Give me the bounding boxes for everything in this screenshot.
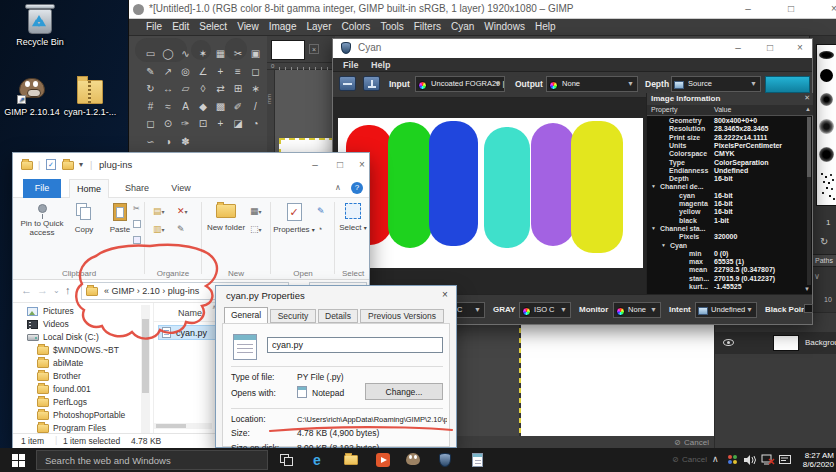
tool-foreground-select[interactable]: ▣ [248, 46, 263, 61]
taskbar-icon-movies-tv[interactable] [372, 451, 394, 469]
foreground-color-swatch[interactable] [271, 40, 305, 60]
nav-item-photoshopportable[interactable]: PhotoshopPortable [13, 409, 141, 423]
scroll-up-icon[interactable]: ▲ [805, 106, 811, 112]
paste-shortcut-icon[interactable] [133, 236, 141, 244]
cyan-titlebar[interactable]: Cyan – □ × [333, 39, 812, 58]
close-icon[interactable]: ✕ [804, 94, 810, 102]
taskbar-clock[interactable]: 8:27 AM 8/6/2020 [798, 451, 834, 469]
forward-icon[interactable]: → [37, 284, 48, 296]
info-scrollbar[interactable] [807, 117, 811, 285]
tool-flip[interactable]: ⇄ [213, 81, 228, 96]
taskbar-icon-gimp[interactable] [402, 451, 424, 469]
save-image-button[interactable] [363, 76, 380, 91]
input-profile-select[interactable]: Uncoated FOGRA29 | ▼ [415, 76, 505, 92]
nav-item-local-disk-c-[interactable]: Local Disk (C:) [13, 331, 141, 345]
tool-perspective-clone[interactable]: ◪ [231, 116, 246, 131]
horizontal-scrollbar[interactable] [154, 423, 212, 429]
close-dock-icon[interactable]: × [309, 44, 319, 54]
taskbar-search-box[interactable]: Search the web and Windows [36, 450, 268, 470]
tool-measure[interactable]: ∠ [196, 64, 211, 79]
move-to-icon[interactable]: ▤▾ [153, 206, 165, 216]
monitor-profile-select[interactable]: None ▼ [613, 302, 661, 318]
tool-ellipse-select[interactable]: ◯ [161, 46, 176, 61]
checkmark-doc-icon[interactable]: ✓ [46, 159, 56, 170]
change-button[interactable]: Change... [365, 383, 443, 400]
tab-home[interactable]: Home [69, 179, 109, 198]
explorer-minimize-button[interactable]: – [308, 158, 322, 172]
tool-mypaint-brush[interactable]: ✽ [178, 134, 193, 149]
brush-thumb[interactable] [820, 69, 833, 82]
breadcrumb-path[interactable]: « GIMP › 2.10 › plug-ins [104, 286, 199, 296]
tab-file[interactable]: File [23, 179, 61, 198]
properties-button[interactable]: ✓ Properties ▾ [273, 202, 315, 264]
tool-smudge[interactable]: ∽ [143, 134, 158, 149]
nav-item-videos[interactable]: Videos [13, 318, 141, 332]
layer-row[interactable]: Background [715, 332, 836, 354]
taskbar-icon-edge[interactable]: e [308, 451, 330, 469]
explorer-maximize-button[interactable]: □ [333, 158, 347, 172]
gimp-menu-edit[interactable]: Edit [167, 19, 194, 35]
nav-item-found-001[interactable]: found.001 [13, 383, 141, 397]
gimp-menu-colors[interactable]: Colors [336, 19, 375, 35]
gimp-menu-select[interactable]: Select [194, 19, 232, 35]
history-icon[interactable]: ◔ [317, 224, 322, 234]
gimp-menu-image[interactable]: Image [264, 19, 302, 35]
new-item-icon[interactable]: ⬚▾ [250, 224, 262, 234]
gimp-menu-windows[interactable]: Windows [479, 19, 530, 35]
expander-icon[interactable]: ▼ [661, 242, 666, 248]
taskbar-icon-file-explorer[interactable] [340, 451, 362, 469]
cyan-menu-help[interactable]: Help [371, 60, 391, 70]
open-image-button[interactable] [339, 76, 356, 91]
convert-button[interactable] [765, 76, 810, 93]
chevron-down-icon[interactable]: ▾ [79, 160, 83, 169]
tool-rectangle-select[interactable]: ▭ [143, 46, 158, 61]
pin-to-quick-access-button[interactable]: Pin to Quick access [19, 202, 65, 264]
tool-paths[interactable]: ✎ [143, 64, 158, 79]
chevron-down-icon[interactable]: ∨ [814, 272, 820, 281]
value-column-header[interactable]: Value [714, 106, 731, 113]
explorer-close-button[interactable]: × [355, 158, 369, 172]
tool-scale[interactable]: ↔ [161, 81, 176, 96]
taskbar-icon-cyan[interactable] [434, 451, 456, 469]
nav-item-abimate[interactable]: abiMate [13, 357, 141, 371]
desktop-icon-gimp-shortcut[interactable]: ↗GIMP 2.10.14 [4, 76, 60, 117]
tab-previous-versions[interactable]: Previous Versions [360, 309, 444, 323]
desktop-icon-cyan-zip[interactable]: cyan-1.2.1-... [62, 76, 118, 117]
action-center-icon[interactable] [779, 455, 791, 466]
nav-item-perflogs[interactable]: PerfLogs [13, 396, 141, 410]
tool-move[interactable]: + [213, 64, 228, 79]
gray-profile-select[interactable]: ISO C ▼ [519, 302, 571, 318]
gimp-maximize-button[interactable]: □ [784, 2, 798, 16]
nav-item--windows-bt[interactable]: $WINDOWS.~BT [13, 344, 141, 358]
tool-heal[interactable]: + [213, 116, 228, 131]
back-icon[interactable]: ← [21, 284, 32, 296]
cyan-image[interactable] [338, 118, 643, 268]
tool-fuzzy-select[interactable]: ✶ [196, 46, 211, 61]
tool-unified-transform[interactable]: ⊞ [231, 81, 246, 96]
tool-scissors-select[interactable]: ✂ [231, 46, 246, 61]
tool-bucket-fill[interactable]: ▩ [213, 99, 228, 114]
name-column-header[interactable]: Name [178, 308, 202, 318]
copy-to-icon[interactable]: ▥▾ [153, 224, 165, 234]
output-profile-select[interactable]: None ▼ [546, 76, 638, 92]
tool-color-picker[interactable]: ↗ [161, 64, 176, 79]
cyan-menu-file[interactable]: File [343, 60, 359, 70]
help-icon[interactable]: ? [351, 182, 363, 194]
dialog-titlebar[interactable]: cyan.py Properties × [216, 286, 456, 306]
cyan-close-button[interactable]: × [793, 41, 807, 55]
gimp-menu-layer[interactable]: Layer [301, 19, 336, 35]
select-button[interactable]: Select ▾ [337, 202, 369, 264]
brush-thumb[interactable] [819, 119, 834, 134]
tool-rotate[interactable]: ↻ [143, 81, 158, 96]
tool-cage-transform[interactable]: # [143, 99, 158, 114]
tool-select-by-color[interactable]: ▦ [213, 46, 228, 61]
tab-security[interactable]: Security [270, 309, 316, 323]
easy-access-icon[interactable]: ▦▾ [250, 206, 262, 216]
gimp-menu-file[interactable]: File [141, 19, 167, 35]
tool-align[interactable]: ≡ [231, 64, 246, 79]
tool-text[interactable]: A [178, 99, 193, 114]
tool-crop[interactable]: ◻ [248, 64, 263, 79]
tab-general[interactable]: General [224, 307, 268, 323]
file-name[interactable]: cyan.py [176, 328, 207, 338]
tool-warp-transform[interactable]: ≈ [161, 99, 176, 114]
